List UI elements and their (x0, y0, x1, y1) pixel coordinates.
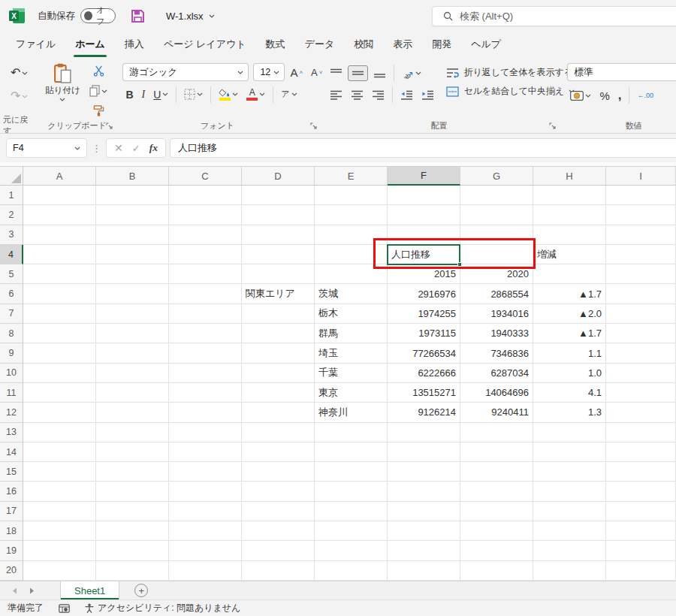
cell-D14[interactable] (242, 442, 315, 462)
tab-help[interactable]: ヘルプ (461, 32, 511, 57)
increase-font-button[interactable]: A˄ (287, 64, 306, 81)
cell-E18[interactable] (315, 521, 388, 541)
cell-D3[interactable] (242, 225, 315, 245)
cell-G2[interactable] (460, 205, 533, 225)
accounting-format-button[interactable] (567, 89, 594, 103)
column-header-I[interactable]: I (606, 167, 676, 186)
row-header-2[interactable]: 2 (0, 205, 23, 225)
cell-G6[interactable]: 2868554 (460, 284, 533, 303)
underline-button[interactable]: U (150, 86, 171, 103)
cell-C19[interactable] (169, 541, 242, 560)
row-header-3[interactable]: 3 (0, 225, 23, 245)
row-header-4[interactable]: 4 (0, 245, 23, 264)
cell-F16[interactable] (388, 482, 460, 501)
row-header-20[interactable]: 20 (0, 561, 23, 581)
cell-C17[interactable] (169, 502, 242, 521)
cell-D9[interactable] (242, 343, 315, 363)
cell-A6[interactable] (23, 284, 96, 303)
cell-F7[interactable]: 1974255 (388, 304, 460, 324)
column-header-G[interactable]: G (460, 167, 533, 186)
cell-H13[interactable] (533, 423, 606, 442)
cell-F9[interactable]: 77266534 (388, 343, 460, 363)
row-header-6[interactable]: 6 (0, 284, 23, 303)
cell-I11[interactable] (606, 383, 676, 403)
cell-E3[interactable] (315, 225, 388, 245)
column-header-B[interactable]: B (96, 167, 169, 186)
cell-I16[interactable] (606, 482, 676, 501)
number-format-combo[interactable]: 標準 (567, 63, 676, 81)
cell-G8[interactable]: 1940333 (460, 324, 533, 343)
cell-A1[interactable] (23, 186, 96, 205)
accessibility-status[interactable]: アクセシビリティ: 問題ありません (85, 602, 240, 614)
cell-C10[interactable] (169, 364, 242, 383)
column-header-A[interactable]: A (23, 167, 96, 186)
row-header-12[interactable]: 12 (0, 403, 23, 422)
sheet-tab-sheet1[interactable]: Sheet1 (60, 581, 119, 599)
cell-D2[interactable] (242, 205, 315, 225)
cell-E17[interactable] (315, 502, 388, 521)
merge-center-button[interactable]: セルを結合して中央揃え (446, 85, 575, 98)
cell-D18[interactable] (242, 521, 315, 541)
cell-C18[interactable] (169, 521, 242, 541)
font-dialog-launcher[interactable] (310, 122, 317, 129)
cell-F15[interactable] (388, 462, 460, 482)
alignment-dialog-launcher[interactable] (549, 122, 556, 129)
cell-I20[interactable] (606, 561, 676, 581)
cell-F18[interactable] (388, 521, 460, 541)
cell-I8[interactable] (606, 324, 676, 343)
cell-B4[interactable] (96, 245, 169, 264)
cell-C3[interactable] (169, 225, 242, 245)
cell-I18[interactable] (606, 521, 676, 541)
cell-B18[interactable] (96, 521, 169, 541)
cell-B17[interactable] (96, 502, 169, 521)
cell-F19[interactable] (388, 541, 460, 560)
paste-button[interactable]: 貼り付け (41, 62, 83, 101)
cell-D11[interactable] (242, 383, 315, 403)
cell-E4[interactable] (315, 245, 388, 264)
font-size-combo[interactable]: 12 (253, 63, 285, 81)
cell-A17[interactable] (23, 502, 96, 521)
cell-H17[interactable] (533, 502, 606, 521)
row-header-19[interactable]: 19 (0, 541, 23, 560)
cell-F6[interactable]: 2916976 (388, 284, 460, 303)
cell-I14[interactable] (606, 442, 676, 462)
column-header-E[interactable]: E (315, 167, 388, 186)
row-header-15[interactable]: 15 (0, 462, 23, 482)
cell-G12[interactable]: 9240411 (460, 403, 533, 422)
cell-G9[interactable]: 7346836 (460, 343, 533, 363)
cell-F11[interactable]: 13515271 (388, 383, 460, 403)
tab-formulas[interactable]: 数式 (256, 32, 295, 57)
cell-H18[interactable] (533, 521, 606, 541)
save-button[interactable] (131, 9, 145, 23)
column-header-D[interactable]: D (242, 167, 315, 186)
cell-D17[interactable] (242, 502, 315, 521)
cell-D15[interactable] (242, 462, 315, 482)
align-left-button[interactable] (327, 88, 346, 102)
cell-C5[interactable] (169, 264, 242, 284)
cell-C20[interactable] (169, 561, 242, 581)
format-painter-button[interactable] (86, 103, 110, 119)
percent-style-button[interactable]: % (596, 87, 612, 104)
cell-F1[interactable] (388, 186, 460, 205)
cell-G10[interactable]: 6287034 (460, 364, 533, 383)
cell-F2[interactable] (388, 205, 460, 225)
cell-H10[interactable]: 1.0 (533, 364, 606, 383)
insert-function-icon[interactable]: fx (149, 142, 158, 154)
cell-B13[interactable] (96, 423, 169, 442)
cell-B8[interactable] (96, 324, 169, 343)
cell-D20[interactable] (242, 561, 315, 581)
cell-H7[interactable]: ▲2.0 (533, 304, 606, 324)
redo-button[interactable]: ↷ (8, 88, 31, 104)
formula-bar-grip[interactable]: ⋮ (91, 143, 102, 154)
cell-B11[interactable] (96, 383, 169, 403)
row-header-8[interactable]: 8 (0, 324, 23, 343)
select-all-corner[interactable] (0, 167, 23, 186)
name-box[interactable]: F4 (6, 138, 87, 158)
cell-C11[interactable] (169, 383, 242, 403)
cell-A10[interactable] (23, 364, 96, 383)
cell-B12[interactable] (96, 403, 169, 422)
cell-A9[interactable] (23, 343, 96, 363)
cell-A18[interactable] (23, 521, 96, 541)
cell-G17[interactable] (460, 502, 533, 521)
cell-D5[interactable] (242, 264, 315, 284)
